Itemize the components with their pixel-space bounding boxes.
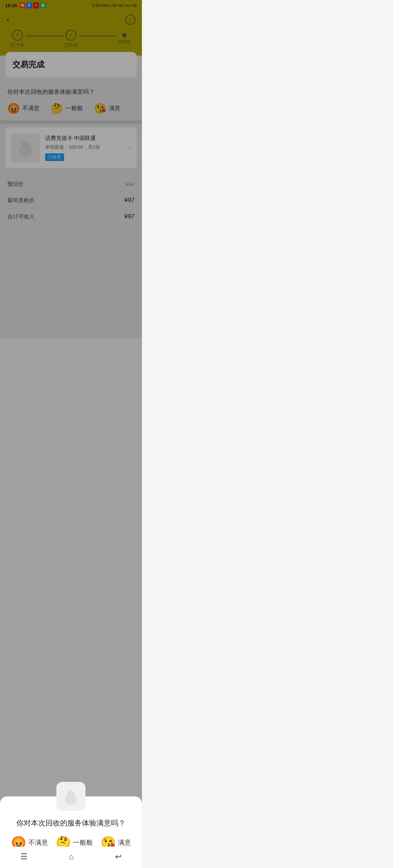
overlay (0, 0, 142, 338)
